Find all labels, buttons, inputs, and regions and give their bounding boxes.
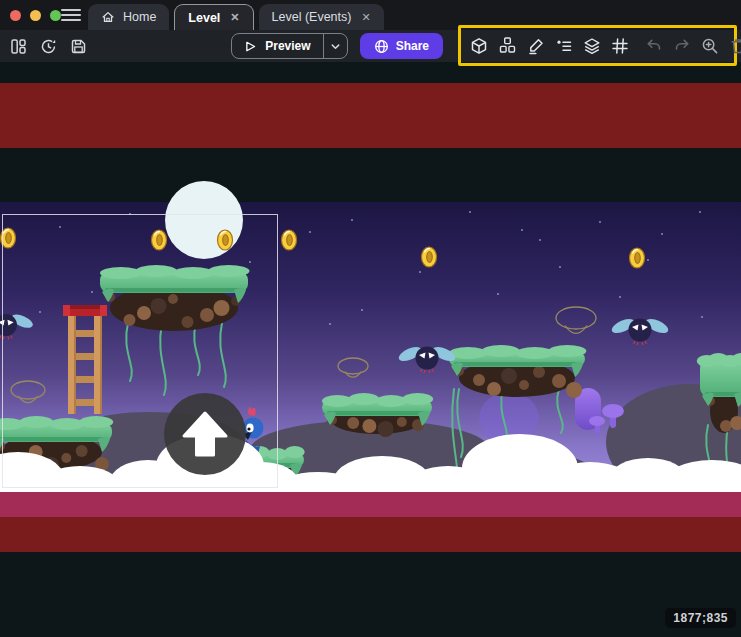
redo-icon (673, 37, 691, 55)
save-icon (70, 38, 87, 55)
preview-button[interactable]: Preview (231, 33, 347, 59)
close-window-button[interactable] (10, 10, 21, 21)
close-tab-icon[interactable]: ✕ (359, 11, 370, 24)
trash-icon (729, 37, 741, 55)
tab-level-events[interactable]: Level (Events) ✕ (259, 4, 384, 30)
coin[interactable] (282, 230, 297, 250)
preview-button-main[interactable]: Preview (232, 34, 322, 58)
redo-button[interactable] (671, 35, 693, 57)
add-object-cube-icon (470, 37, 488, 55)
edit-button[interactable] (525, 35, 547, 57)
project-manager-button[interactable] (8, 36, 29, 57)
object-groups-button[interactable] (496, 34, 519, 57)
history-icon (40, 38, 57, 55)
play-icon (244, 40, 257, 53)
zoom-in-icon (701, 37, 719, 55)
undo-icon (645, 37, 663, 55)
project-manager-icon (10, 38, 27, 55)
tab-level[interactable]: Level ✕ (174, 4, 253, 30)
maximize-window-button[interactable] (50, 10, 61, 21)
tab-home[interactable]: Home (88, 4, 169, 30)
tab-bar: Home Level ✕ Level (Events) ✕ (88, 4, 389, 30)
red-band-bottom[interactable] (0, 517, 741, 552)
scene-tools-highlight (458, 25, 737, 66)
tiny-mushroom-cap (589, 416, 605, 426)
coin[interactable] (630, 248, 645, 268)
minimize-window-button[interactable] (30, 10, 41, 21)
globe-icon (374, 39, 389, 54)
layers-icon (583, 37, 601, 55)
grid-icon (611, 37, 629, 55)
undo-button[interactable] (643, 35, 665, 57)
selection-rectangle[interactable] (2, 214, 278, 488)
layers-button[interactable] (581, 35, 603, 57)
close-tab-icon[interactable]: ✕ (228, 11, 239, 24)
pen-icon (527, 37, 545, 55)
zoom-in-button[interactable] (699, 35, 721, 57)
toolbar-left-icons (8, 36, 89, 57)
share-button[interactable]: Share (360, 33, 443, 59)
home-icon (101, 10, 115, 24)
cursor-coordinates-badge: 1877;835 (665, 608, 736, 628)
tab-label: Level (188, 11, 220, 25)
tab-label: Level (Events) (272, 10, 352, 24)
tab-label: Home (123, 10, 156, 24)
object-groups-icon (498, 36, 517, 55)
chevron-down-icon (330, 41, 341, 52)
traffic-lights (10, 10, 61, 21)
app-window: Home Level ✕ Level (Events) ✕ (0, 0, 741, 637)
preview-dropdown-button[interactable] (323, 34, 347, 58)
instances-list-icon (555, 37, 573, 55)
small-mushroom-cap (602, 404, 624, 418)
magenta-band[interactable] (0, 492, 741, 517)
preview-button-label: Preview (265, 39, 310, 53)
delete-button[interactable] (727, 35, 741, 57)
share-button-label: Share (396, 39, 429, 53)
instances-list-button[interactable] (553, 35, 575, 57)
scene-editor-canvas[interactable]: 1877;835 (0, 62, 741, 637)
grid-button[interactable] (609, 35, 631, 57)
add-object-button[interactable] (468, 35, 490, 57)
red-band-top[interactable] (0, 83, 741, 148)
menu-icon[interactable] (61, 9, 81, 21)
coin[interactable] (422, 247, 437, 267)
history-button[interactable] (38, 36, 59, 57)
save-button[interactable] (68, 36, 89, 57)
